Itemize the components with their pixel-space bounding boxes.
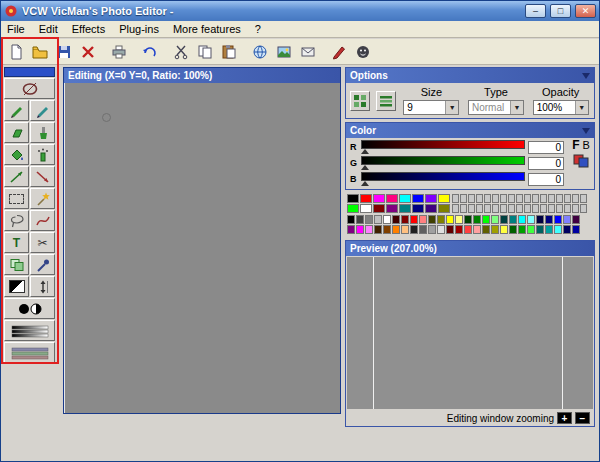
color-swatch[interactable]: [438, 204, 450, 213]
blue-value-field[interactable]: 0: [528, 173, 564, 186]
color-swatch[interactable]: [500, 215, 508, 224]
color-swatch[interactable]: [536, 225, 544, 234]
menu-item-edit[interactable]: Edit: [39, 23, 58, 35]
color-swatch[interactable]: [446, 215, 454, 224]
fill-tool-button[interactable]: [4, 144, 29, 165]
brush-shape-button[interactable]: [350, 91, 370, 111]
color-swatch[interactable]: [455, 215, 463, 224]
eraser-tool-button[interactable]: [4, 122, 29, 143]
color-swatch[interactable]: [572, 225, 580, 234]
custom-color-slot[interactable]: [524, 194, 531, 203]
image-button[interactable]: [273, 41, 295, 63]
color-swatch[interactable]: [455, 225, 463, 234]
editing-canvas[interactable]: [64, 83, 340, 413]
custom-color-slot[interactable]: [468, 194, 475, 203]
color-swatch[interactable]: [374, 215, 382, 224]
custom-color-slot[interactable]: [556, 194, 563, 203]
color-swatch[interactable]: [392, 225, 400, 234]
color-swatch[interactable]: [446, 225, 454, 234]
color-swatch[interactable]: [437, 225, 445, 234]
custom-color-slot[interactable]: [492, 194, 499, 203]
red-pen-button[interactable]: [328, 41, 350, 63]
close-button[interactable]: ✕: [575, 4, 596, 18]
color-swatch[interactable]: [425, 194, 437, 203]
custom-color-slot[interactable]: [540, 194, 547, 203]
color-swatch[interactable]: [509, 215, 517, 224]
color-swatch[interactable]: [464, 215, 472, 224]
custom-color-slot[interactable]: [564, 204, 571, 213]
custom-color-slot[interactable]: [564, 194, 571, 203]
color-swatch[interactable]: [482, 225, 490, 234]
custom-color-slot[interactable]: [548, 194, 555, 203]
menu-item-effects[interactable]: Effects: [72, 23, 105, 35]
paste-button[interactable]: [218, 41, 240, 63]
color-swatch[interactable]: [360, 194, 372, 203]
background-selector[interactable]: B: [583, 139, 590, 151]
custom-color-slot[interactable]: [452, 194, 459, 203]
custom-color-slot[interactable]: [508, 204, 515, 213]
color-swatch[interactable]: [536, 215, 544, 224]
custom-color-slot[interactable]: [508, 194, 515, 203]
copy-button[interactable]: [194, 41, 216, 63]
custom-color-slot[interactable]: [452, 204, 459, 213]
text-tool-button[interactable]: T: [4, 232, 29, 253]
custom-color-slot[interactable]: [548, 204, 555, 213]
custom-color-slot[interactable]: [572, 194, 579, 203]
color-swatch[interactable]: [438, 194, 450, 203]
maximize-button[interactable]: □: [550, 4, 571, 18]
size-dropdown[interactable]: 9 ▼: [403, 100, 459, 115]
color-swatch[interactable]: [563, 225, 571, 234]
gradient-tool-button[interactable]: [4, 276, 29, 297]
curve-tool-button[interactable]: [30, 210, 55, 231]
color-swatch[interactable]: [360, 204, 372, 213]
color-swatch[interactable]: [386, 204, 398, 213]
color-swatch[interactable]: [356, 225, 364, 234]
color-swatch[interactable]: [347, 204, 359, 213]
custom-color-slot[interactable]: [460, 194, 467, 203]
custom-color-slot[interactable]: [580, 194, 587, 203]
custom-color-slot[interactable]: [556, 204, 563, 213]
color-swatch[interactable]: [373, 194, 385, 203]
color-swatch[interactable]: [401, 225, 409, 234]
invert-tool-button[interactable]: [4, 298, 55, 319]
custom-color-slot[interactable]: [476, 204, 483, 213]
color-swatch[interactable]: [473, 225, 481, 234]
custom-color-slot[interactable]: [532, 204, 539, 213]
green-value-field[interactable]: 0: [528, 157, 564, 170]
color-swatch[interactable]: [425, 204, 437, 213]
delete-button[interactable]: [77, 41, 99, 63]
print-button[interactable]: [108, 41, 130, 63]
blue-slider-thumb[interactable]: [361, 181, 369, 186]
brush-tool-button[interactable]: [30, 122, 55, 143]
opacity-dropdown-arrow-icon[interactable]: ▼: [575, 101, 588, 114]
custom-color-slot[interactable]: [460, 204, 467, 213]
save-button[interactable]: [53, 41, 75, 63]
color-swatch[interactable]: [356, 215, 364, 224]
color-swatch[interactable]: [383, 215, 391, 224]
color-swatch[interactable]: [491, 225, 499, 234]
about-button[interactable]: [352, 41, 374, 63]
custom-color-slot[interactable]: [580, 204, 587, 213]
open-button[interactable]: [29, 41, 51, 63]
color-swatch[interactable]: [554, 215, 562, 224]
menu-item-plugins[interactable]: Plug-ins: [119, 23, 159, 35]
menu-item-more-features[interactable]: More features: [173, 23, 241, 35]
mail-button[interactable]: [297, 41, 319, 63]
custom-color-slot[interactable]: [476, 194, 483, 203]
color-swatch[interactable]: [365, 225, 373, 234]
eyedropper-tool-button[interactable]: [30, 254, 55, 275]
color-swatch[interactable]: [428, 215, 436, 224]
magic-wand-tool-button[interactable]: [30, 188, 55, 209]
curves-tool-button[interactable]: [4, 342, 55, 363]
color-swatch[interactable]: [412, 204, 424, 213]
menu-item-file[interactable]: File: [7, 23, 25, 35]
color-swatch[interactable]: [401, 215, 409, 224]
color-swatch[interactable]: [518, 215, 526, 224]
color-swatch[interactable]: [410, 225, 418, 234]
color-swatch[interactable]: [410, 215, 418, 224]
color-swatch[interactable]: [347, 215, 355, 224]
color-collapse-icon[interactable]: [582, 128, 590, 134]
custom-color-slot[interactable]: [500, 204, 507, 213]
size-dropdown-arrow-icon[interactable]: ▼: [445, 101, 458, 114]
custom-color-slot[interactable]: [492, 204, 499, 213]
